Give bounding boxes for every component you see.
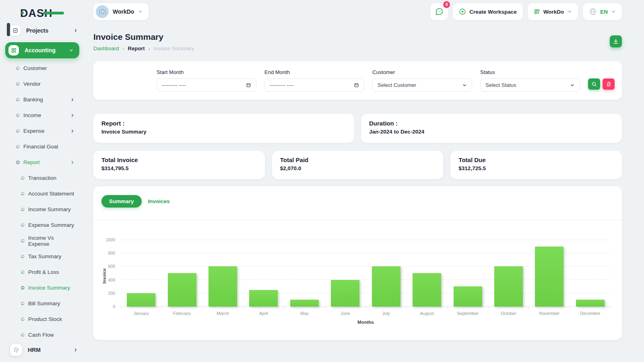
sidebar-scrollbar-thumb[interactable] xyxy=(7,23,10,36)
bar-slot xyxy=(447,240,488,306)
reset-filter-button[interactable] xyxy=(603,78,615,90)
sidebar-item-product-stock[interactable]: Product Stock xyxy=(0,311,85,327)
sidebar-item-bill-summary[interactable]: Bill Summary xyxy=(0,296,85,311)
breadcrumb-separator xyxy=(149,46,150,51)
sidebar-item-label: Transaction xyxy=(28,175,75,181)
sidebar-item-label: Bill Summary xyxy=(28,300,75,306)
sidebar-item-report[interactable]: Report xyxy=(0,154,85,170)
duration-label: Duration : xyxy=(369,120,614,127)
sidebar-item-invoice-summary[interactable]: Invoice Summary xyxy=(0,280,85,296)
bar-october xyxy=(494,266,523,306)
bar-slot xyxy=(325,240,365,306)
download-icon xyxy=(613,38,619,45)
bullet-icon xyxy=(16,82,20,86)
workspace-switcher-label: WorkDo xyxy=(543,9,564,15)
bar-slot xyxy=(529,240,570,306)
bar-june xyxy=(331,280,359,306)
x-axis-tick xyxy=(284,307,325,309)
breadcrumb-dashboard[interactable]: Dashboard xyxy=(93,45,119,51)
sidebar-bottom-menu: HRM xyxy=(0,341,85,359)
bar-may xyxy=(290,300,319,306)
apply-filter-button[interactable] xyxy=(588,78,600,90)
total-due-value: $312,725.5 xyxy=(458,165,614,171)
x-axis-tick xyxy=(488,307,529,309)
sidebar-item-label: Report xyxy=(23,159,70,165)
sidebar-item-label: Financial Goal xyxy=(23,144,75,150)
report-info-card: Report : Invoice Summary xyxy=(93,114,354,143)
bar-august xyxy=(413,273,441,306)
bars-layer xyxy=(121,240,611,306)
sidebar-menu: ProjectsAccountingCustomerVendorBankingI… xyxy=(0,22,85,343)
bullet-icon xyxy=(16,113,20,117)
sidebar-item-income-vs-expense[interactable]: Income Vs Expense xyxy=(0,233,85,249)
x-axis-tick xyxy=(570,307,611,309)
total-paid-label: Total Paid xyxy=(280,156,436,163)
sidebar-item-customer[interactable]: Customer xyxy=(0,60,85,76)
chevron-down-icon xyxy=(570,83,575,88)
bar-slot xyxy=(488,240,529,306)
grid-plus-icon xyxy=(8,45,19,56)
clear-filter-icon xyxy=(606,82,611,87)
sidebar-item-label: Invoice Summary xyxy=(28,285,75,291)
y-tick-label: 400 xyxy=(108,278,115,282)
create-workspace-button[interactable]: Create Workspace xyxy=(453,3,523,20)
tab-summary[interactable]: Summary xyxy=(101,195,142,208)
language-selector[interactable]: EN xyxy=(583,3,622,20)
building-icon xyxy=(99,8,106,16)
x-tick-label: March xyxy=(202,311,243,316)
bullet-icon xyxy=(21,208,25,211)
total-invoice-label: Total Invoice xyxy=(101,156,257,163)
status-select-value: Select Status xyxy=(485,82,516,88)
sidebar-item-financial-goal[interactable]: Financial Goal xyxy=(0,139,85,154)
hub-icon xyxy=(10,344,22,356)
bar-december xyxy=(576,300,605,306)
sidebar-item-projects[interactable]: Projects xyxy=(0,22,85,39)
bullet-icon xyxy=(21,302,25,305)
filter-card: Start Month --------- ---- End Month ---… xyxy=(93,61,622,100)
workspace-selector[interactable]: WorkDo xyxy=(93,3,149,20)
sidebar-item-tax-summary[interactable]: Tax Summary xyxy=(0,249,85,264)
bullet-icon xyxy=(21,333,25,337)
chart-card: Summary Invoices Invoice 020040060080010… xyxy=(93,186,622,340)
report-value: Invoice Summary xyxy=(101,129,346,135)
sidebar-item-expense[interactable]: Expense xyxy=(0,123,85,139)
start-month-input[interactable]: --------- ---- xyxy=(157,78,256,92)
total-paid-value: $2,070.0 xyxy=(280,165,436,171)
total-invoice-value: $314,795.5 xyxy=(101,165,257,171)
end-month-field: End Month --------- ---- xyxy=(264,69,364,92)
sidebar-item-income-summary[interactable]: Income Summary xyxy=(0,202,85,217)
bullet-icon xyxy=(21,176,25,180)
download-button[interactable] xyxy=(610,35,622,47)
sidebar-item-vendor[interactable]: Vendor xyxy=(0,76,85,92)
sidebar-item-label: Account Statement xyxy=(28,191,75,197)
workspace-switcher[interactable]: WorkDo xyxy=(528,3,578,20)
end-month-input[interactable]: --------- ---- xyxy=(264,78,364,92)
tab-invoices[interactable]: Invoices xyxy=(147,195,171,208)
chevron-right-icon xyxy=(70,129,75,134)
sidebar-item-label: Income Summary xyxy=(28,206,75,212)
customer-select[interactable]: Select Customer xyxy=(372,78,472,92)
y-tick-label: 1000 xyxy=(106,237,115,242)
x-tick-label: October xyxy=(488,311,529,316)
calendar-icon[interactable] xyxy=(246,82,251,88)
sidebar-item-account-statement[interactable]: Account Statement xyxy=(0,186,85,202)
calendar-icon[interactable] xyxy=(354,82,359,88)
breadcrumb-report[interactable]: Report xyxy=(128,45,145,51)
sidebar-item-label: Income xyxy=(23,112,70,118)
sidebar-item-cash-flow[interactable]: Cash Flow xyxy=(0,327,85,343)
sidebar-item-hrm[interactable]: HRM xyxy=(0,341,85,359)
total-due-label: Total Due xyxy=(458,156,614,163)
create-workspace-label: Create Workspace xyxy=(469,9,517,15)
x-tick-label: April xyxy=(243,311,284,316)
sidebar-item-profit-loss[interactable]: Profit & Loss xyxy=(0,264,85,280)
sidebar-item-banking[interactable]: Banking xyxy=(0,92,85,107)
sidebar-item-accounting[interactable]: Accounting xyxy=(5,42,79,58)
status-select[interactable]: Select Status xyxy=(480,78,580,92)
sidebar-item-expense-summary[interactable]: Expense Summary xyxy=(0,217,85,233)
messages-button[interactable]: 0 xyxy=(430,3,448,20)
app-logo[interactable]: DASH xyxy=(0,0,85,22)
sidebar-item-transaction[interactable]: Transaction xyxy=(0,170,85,186)
chevron-down-icon xyxy=(69,48,74,53)
chevron-right-icon xyxy=(70,113,75,118)
sidebar-item-income[interactable]: Income xyxy=(0,107,85,123)
